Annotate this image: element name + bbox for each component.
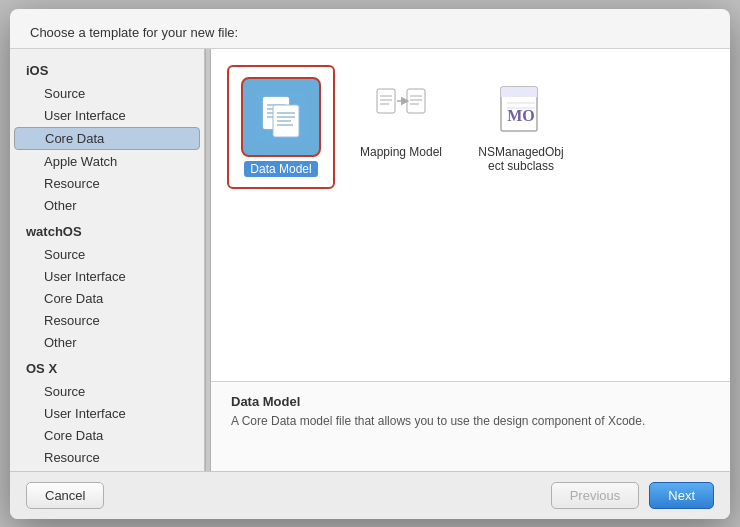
next-button[interactable]: Next — [649, 482, 714, 509]
mapping-model-icon-wrapper — [369, 77, 433, 141]
sidebar-item-ios-apple-watch[interactable]: Apple Watch — [14, 151, 200, 172]
sidebar-section-osx: OS X — [10, 357, 204, 380]
dialog-body: iOS Source User Interface Core Data Appl… — [10, 48, 730, 471]
sidebar: iOS Source User Interface Core Data Appl… — [10, 49, 205, 471]
sidebar-item-ios-resource[interactable]: Resource — [14, 173, 200, 194]
template-item-nsmanagedobject[interactable]: MO NSManagedObject subclass — [471, 69, 571, 185]
nsmanagedobject-icon-wrapper: MO — [489, 77, 553, 141]
svg-text:MO: MO — [507, 107, 535, 124]
previous-button[interactable]: Previous — [551, 482, 640, 509]
sidebar-item-watchos-source[interactable]: Source — [14, 244, 200, 265]
description-title: Data Model — [231, 394, 710, 409]
sidebar-item-ios-core-data[interactable]: Core Data — [14, 127, 200, 150]
sidebar-item-osx-core-data[interactable]: Core Data — [14, 425, 200, 446]
template-item-wrapper-data-model: Data Model — [231, 69, 331, 185]
data-model-label: Data Model — [244, 161, 317, 177]
dialog: Choose a template for your new file: iOS… — [10, 9, 730, 519]
template-item-mapping-model[interactable]: Mapping Model — [351, 69, 451, 185]
svg-rect-16 — [407, 89, 425, 113]
svg-rect-12 — [377, 89, 395, 113]
sidebar-section-watchos: watchOS — [10, 220, 204, 243]
svg-rect-23 — [501, 93, 537, 97]
sidebar-item-watchos-resource[interactable]: Resource — [14, 310, 200, 331]
sidebar-item-osx-user-interface[interactable]: User Interface — [14, 403, 200, 424]
sidebar-item-watchos-user-interface[interactable]: User Interface — [14, 266, 200, 287]
template-grid: Data Model — [211, 49, 730, 205]
description-text: A Core Data model file that allows you t… — [231, 413, 710, 430]
sidebar-item-ios-other[interactable]: Other — [14, 195, 200, 216]
sidebar-item-osx-source[interactable]: Source — [14, 381, 200, 402]
content-area: Data Model — [211, 49, 730, 471]
sidebar-section-ios: iOS — [10, 59, 204, 82]
sidebar-item-watchos-core-data[interactable]: Core Data — [14, 288, 200, 309]
sidebar-item-ios-source[interactable]: Source — [14, 83, 200, 104]
cancel-button[interactable]: Cancel — [26, 482, 104, 509]
dialog-header: Choose a template for your new file: — [10, 9, 730, 48]
mapping-model-label: Mapping Model — [360, 145, 442, 159]
template-item-data-model[interactable]: Data Model — [231, 69, 331, 185]
dialog-title: Choose a template for your new file: — [30, 25, 238, 40]
template-grid-container: Data Model — [211, 49, 730, 381]
data-model-icon-wrapper — [241, 77, 321, 157]
mapping-model-icon — [375, 83, 427, 135]
sidebar-item-watchos-other[interactable]: Other — [14, 332, 200, 353]
nsmanagedobject-label: NSManagedObject subclass — [478, 145, 563, 173]
sidebar-item-ios-user-interface[interactable]: User Interface — [14, 105, 200, 126]
dialog-footer: Cancel Previous Next — [10, 471, 730, 519]
sidebar-item-osx-resource[interactable]: Resource — [14, 447, 200, 468]
data-model-icon — [253, 89, 309, 145]
nsmanagedobject-icon: MO — [495, 83, 547, 135]
nav-buttons: Previous Next — [551, 482, 714, 509]
description-area: Data Model A Core Data model file that a… — [211, 381, 730, 471]
